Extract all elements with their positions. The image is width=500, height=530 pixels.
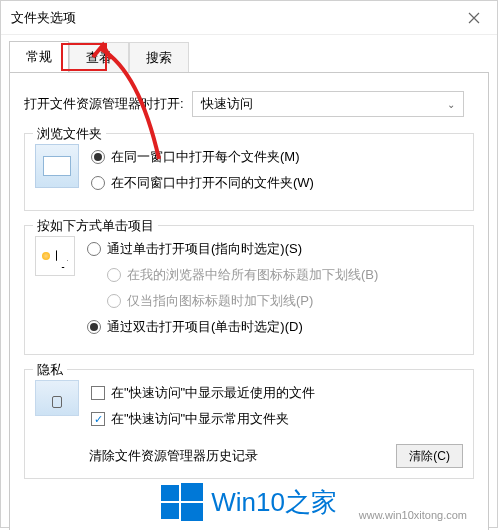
clear-button[interactable]: 清除(C): [396, 444, 463, 468]
check-frequent-folders[interactable]: ✓在"快速访问"中显示常用文件夹: [91, 410, 463, 428]
browse-folder-icon: [35, 144, 79, 188]
privacy-legend: 隐私: [33, 361, 67, 379]
clear-label: 清除文件资源管理器历史记录: [89, 447, 258, 465]
titlebar: 文件夹选项: [1, 1, 497, 35]
tab-panel-general: 打开文件资源管理器时打开: 快速访问 ⌄ 浏览文件夹 在同一窗口中打开每个文件夹…: [9, 72, 489, 530]
chevron-down-icon: ⌄: [447, 99, 455, 110]
radio-single-click[interactable]: 通过单击打开项目(指向时选定)(S): [87, 240, 463, 258]
folder-options-dialog: 文件夹选项 常规 查看 搜索 打开文件资源管理器时打开: 快速访问 ⌄ 浏览文件…: [0, 0, 498, 528]
privacy-icon: [35, 380, 79, 416]
click-fieldset: 按如下方式单击项目 通过单击打开项目(指向时选定)(S) 在我的浏览器中给所有图…: [24, 225, 474, 355]
open-explorer-row: 打开文件资源管理器时打开: 快速访问 ⌄: [24, 91, 474, 117]
open-explorer-label: 打开文件资源管理器时打开:: [24, 95, 184, 113]
radio-same-window[interactable]: 在同一窗口中打开每个文件夹(M): [91, 148, 463, 166]
tab-search[interactable]: 搜索: [129, 42, 189, 74]
click-legend: 按如下方式单击项目: [33, 217, 158, 235]
tabs: 常规 查看 搜索: [1, 35, 497, 73]
radio-underline-all: 在我的浏览器中给所有图标标题加下划线(B): [107, 266, 463, 284]
combo-value: 快速访问: [201, 95, 253, 113]
tab-view[interactable]: 查看: [69, 42, 129, 74]
close-icon: [468, 12, 480, 24]
radio-underline-hover: 仅当指向图标标题时加下划线(P): [107, 292, 463, 310]
privacy-fieldset: 隐私 在"快速访问"中显示最近使用的文件 ✓在"快速访问"中显示常用文件夹 清除…: [24, 369, 474, 479]
check-recent-files[interactable]: 在"快速访问"中显示最近使用的文件: [91, 384, 463, 402]
dialog-title: 文件夹选项: [11, 9, 451, 27]
close-button[interactable]: [451, 1, 497, 35]
browse-fieldset: 浏览文件夹 在同一窗口中打开每个文件夹(M) 在不同窗口中打开不同的文件夹(W): [24, 133, 474, 211]
tab-general[interactable]: 常规: [9, 41, 69, 73]
radio-double-click[interactable]: 通过双击打开项目(单击时选定)(D): [87, 318, 463, 336]
cursor-icon: [35, 236, 75, 276]
open-explorer-combo[interactable]: 快速访问 ⌄: [192, 91, 464, 117]
browse-legend: 浏览文件夹: [33, 125, 106, 143]
radio-new-window[interactable]: 在不同窗口中打开不同的文件夹(W): [91, 174, 463, 192]
